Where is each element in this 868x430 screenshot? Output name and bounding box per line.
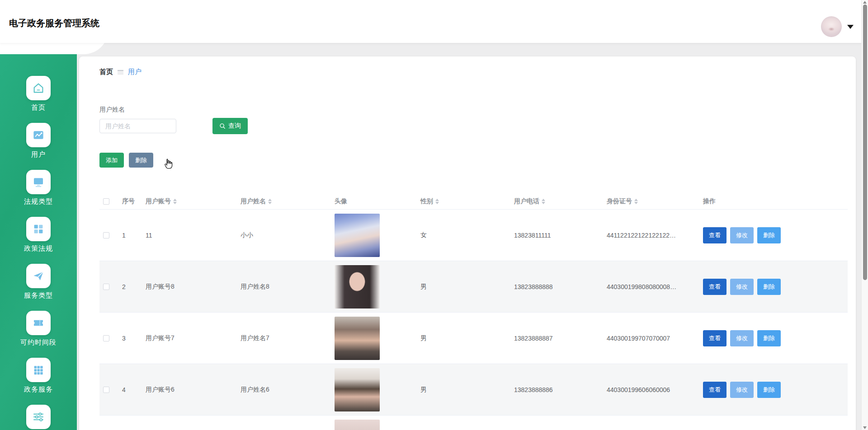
home-icon xyxy=(26,76,51,100)
user-menu xyxy=(821,16,854,37)
grid-icon xyxy=(26,358,51,382)
sort-carets-icon[interactable] xyxy=(634,199,638,204)
sidebar: 首页 用户 法规类型 政策法规 服务类型 可约时间段 政务服务 xyxy=(0,0,77,430)
scrollbar[interactable] xyxy=(861,0,868,430)
scrollbar-thumb[interactable] xyxy=(863,5,867,280)
cell-idcard: 440300199707070007 xyxy=(603,335,699,342)
column-label: 头像 xyxy=(335,197,347,206)
cell-gender: 男 xyxy=(417,386,510,394)
photo-girl-indoor xyxy=(335,368,380,411)
column-label: 序号 xyxy=(122,197,135,206)
sort-carets-icon[interactable] xyxy=(268,199,272,204)
table-column-header[interactable]: 序号 xyxy=(118,197,142,206)
breadcrumb-current[interactable]: 用户 xyxy=(128,68,142,76)
breadcrumb-separator-icon xyxy=(118,70,123,74)
table-row[interactable]: 3 用户账号7 用户姓名7 男 13823888887 440300199707… xyxy=(99,313,848,364)
row-checkbox[interactable] xyxy=(103,335,109,341)
sliders-icon xyxy=(26,405,51,429)
sort-carets-icon[interactable] xyxy=(173,199,177,204)
delete-button[interactable]: 删除 xyxy=(757,227,781,243)
cell-index: 3 xyxy=(118,335,142,342)
scroll-down-icon[interactable] xyxy=(863,426,867,429)
sort-carets-icon[interactable] xyxy=(542,199,545,204)
cell-phone: 13823888888 xyxy=(510,283,603,290)
table-row[interactable]: 1 11 小小 女 13823811111 441122122122122122… xyxy=(99,210,848,261)
add-button[interactable]: 添加 xyxy=(99,153,124,168)
cell-index: 2 xyxy=(118,283,142,290)
sort-carets-icon[interactable] xyxy=(435,199,439,204)
chart-icon xyxy=(26,123,51,147)
cell-index: 4 xyxy=(118,386,142,393)
view-button[interactable]: 查看 xyxy=(703,330,726,346)
sidebar-item-政策法规[interactable]: 政策法规 xyxy=(0,217,77,253)
delete-button[interactable]: 删除 xyxy=(129,153,153,168)
view-button[interactable]: 查看 xyxy=(703,279,726,295)
cell-idcard: 441122122122122122… xyxy=(603,232,699,239)
table-column-header[interactable]: 性别 xyxy=(417,197,510,206)
view-button[interactable]: 查看 xyxy=(703,227,726,243)
paper-plane-icon xyxy=(26,264,51,288)
blocks-icon xyxy=(26,217,51,241)
table-row[interactable]: 2 用户账号8 用户姓名8 男 13823888888 440300199808… xyxy=(99,261,848,313)
row-checkbox[interactable] xyxy=(103,284,109,290)
search-icon xyxy=(219,123,226,129)
sidebar-item-首页[interactable]: 首页 xyxy=(0,76,77,112)
table-column-header[interactable]: 操作 xyxy=(699,197,848,206)
table-column-header[interactable]: 用户电话 xyxy=(510,197,603,206)
query-button[interactable]: 查询 xyxy=(212,118,248,134)
search-input[interactable] xyxy=(99,119,176,133)
scroll-up-icon[interactable] xyxy=(863,1,867,4)
cell-account: 11 xyxy=(142,232,237,239)
sidebar-item-more[interactable] xyxy=(0,405,77,430)
row-checkbox[interactable] xyxy=(103,232,109,238)
search-field-label: 用户姓名 xyxy=(99,106,856,115)
cell-index: 1 xyxy=(118,232,142,239)
sidebar-item-政务服务[interactable]: 政务服务 xyxy=(0,358,77,394)
table-header-row: 序号 用户账号 用户姓名 头像 性别 用户电话 身份证号 操作 xyxy=(99,194,848,210)
users-table: 序号 用户账号 用户姓名 头像 性别 用户电话 身份证号 操作 1 11 小小 … xyxy=(99,194,848,430)
select-all-checkbox[interactable] xyxy=(103,198,109,205)
column-label: 用户姓名 xyxy=(241,197,266,206)
delete-button[interactable]: 删除 xyxy=(757,382,781,398)
column-label: 操作 xyxy=(703,197,716,206)
monitor-icon xyxy=(26,170,51,194)
table-column-header[interactable]: 头像 xyxy=(331,197,417,206)
sidebar-item-用户[interactable]: 用户 xyxy=(0,123,77,159)
cell-account: 用户账号6 xyxy=(142,386,237,394)
edit-button[interactable]: 修改 xyxy=(730,382,754,398)
chevron-down-icon[interactable] xyxy=(847,25,854,29)
table-column-header[interactable]: 身份证号 xyxy=(603,197,699,206)
photo-girl-dark-hair xyxy=(335,265,380,308)
search-row: 查询 xyxy=(99,118,856,134)
table-column-header[interactable]: 用户姓名 xyxy=(237,197,331,206)
user-avatar[interactable] xyxy=(821,16,842,37)
table-column-header[interactable]: 用户账号 xyxy=(142,197,237,206)
edit-button[interactable]: 修改 xyxy=(730,279,754,295)
table-column-header[interactable] xyxy=(99,198,118,205)
edit-button[interactable]: 修改 xyxy=(730,330,754,346)
cell-gender: 女 xyxy=(417,231,510,239)
sidebar-item-服务类型[interactable]: 服务类型 xyxy=(0,264,77,300)
cell-phone: 13823888886 xyxy=(510,386,603,393)
column-label: 用户账号 xyxy=(146,197,171,206)
breadcrumb-home[interactable]: 首页 xyxy=(99,68,113,76)
photo-partial xyxy=(335,420,380,430)
table-row[interactable]: 4 用户账号6 用户姓名6 男 13823888886 440300199606… xyxy=(99,364,848,416)
cell-name: 用户姓名8 xyxy=(237,283,331,291)
column-label: 用户电话 xyxy=(514,197,539,206)
content-card: 首页 用户 用户姓名 查询 添加 删除 序号 用户账号 用户姓名 xyxy=(79,56,856,430)
delete-button[interactable]: 删除 xyxy=(757,279,781,295)
table-row[interactable]: 查看修改删除 xyxy=(99,416,848,430)
cell-actions: 查看修改删除 xyxy=(699,227,848,243)
sidebar-item-法规类型[interactable]: 法规类型 xyxy=(0,170,77,206)
edit-button[interactable]: 修改 xyxy=(730,227,754,243)
cell-name: 用户姓名6 xyxy=(237,386,331,394)
row-checkbox[interactable] xyxy=(103,387,109,393)
delete-button[interactable]: 删除 xyxy=(757,330,781,346)
sidebar-nav: 首页 用户 法规类型 政策法规 服务类型 可约时间段 政务服务 xyxy=(0,76,77,430)
view-button[interactable]: 查看 xyxy=(703,382,726,398)
table-body: 1 11 小小 女 13823811111 441122122122122122… xyxy=(99,210,848,430)
sidebar-item-可约时间段[interactable]: 可约时间段 xyxy=(0,311,77,347)
cell-gender: 男 xyxy=(417,334,510,342)
cell-phone: 13823888887 xyxy=(510,335,603,342)
